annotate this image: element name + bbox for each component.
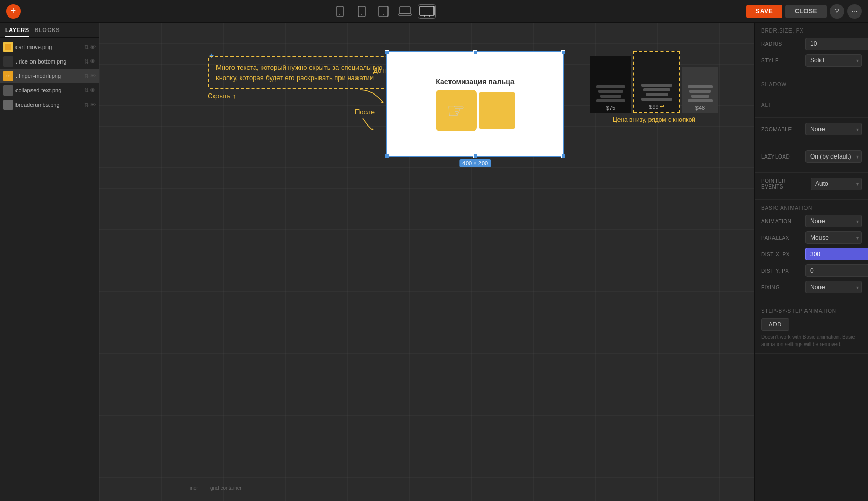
tab-blocks[interactable]: BLOCKS (35, 27, 60, 37)
step-animation-section: STEP-BY-STEP ANIMATION ADD Doesn't work … (755, 303, 868, 354)
right-panel: BRDR.SIZE, PX RADIUS STYLE Solid Dashed … (754, 23, 868, 501)
border-section-label: BRDR.SIZE, PX (761, 28, 862, 34)
shadow-label: SHADOW (761, 82, 862, 87)
add-button[interactable]: + (6, 4, 21, 19)
radius-label: RADIUS (761, 41, 802, 47)
svg-text:☞: ☞ (6, 74, 10, 79)
layer-thumb (3, 42, 13, 52)
dist-y-input[interactable] (805, 264, 868, 277)
dist-y-row: DIST Y, PX (761, 264, 862, 277)
tab-layers[interactable]: LAYERS (5, 27, 29, 37)
dist-x-label: DIST X, PX (761, 252, 802, 257)
zoomable-row: ZOOMABLE None Click Hover (761, 123, 862, 135)
radius-input[interactable] (805, 38, 868, 50)
device-laptop-btn[interactable] (396, 4, 414, 19)
layer-visibility-icon[interactable]: 👁 (90, 102, 96, 108)
right-caption: Цена внизу, рядом с кнопкой (590, 116, 718, 123)
layer-visibility-icon[interactable]: 👁 (90, 44, 96, 51)
list-item[interactable]: breadcrumbs.png ⇅ 👁 (0, 98, 99, 112)
sidebar-tabs: LAYERS BLOCKS (0, 23, 99, 38)
pointer-events-select-wrapper: Auto None (811, 178, 862, 190)
radius-row: RADIUS (761, 38, 862, 50)
layer-name: ..finger-modifi.png (16, 73, 82, 79)
layer-visibility-icon[interactable]: 👁 (90, 87, 96, 94)
help-button[interactable]: ? (830, 4, 844, 19)
layer-visibility-icon[interactable]: 👁 (90, 58, 96, 65)
list-item[interactable]: ..rice-on-bottom.png ⇅ 👁 (0, 54, 99, 69)
topbar-center (331, 4, 436, 19)
step-animation-note: Doesn't work with Basic animation. Basic… (761, 334, 862, 348)
pointer-events-section: POINTER EVENTS Auto None (755, 173, 868, 200)
layer-action-icons: ⇅ 👁 (84, 73, 96, 80)
svg-point-5 (383, 14, 384, 15)
annotation-text: Много текста, который нужно скрыть за сп… (216, 64, 382, 82)
parallax-select[interactable]: Mouse Scroll None (805, 231, 862, 244)
lazyload-row: LAZYLOAD On (by default) Off (761, 150, 862, 163)
dist-y-label: DIST Y, PX (761, 268, 802, 274)
dist-x-input[interactable] (805, 248, 868, 260)
layer-action-icons: ⇅ 👁 (84, 44, 96, 51)
topbar-left: + (6, 4, 21, 19)
basic-animation-label: BASIC ANIMATION (761, 205, 862, 211)
style-label: STYLE (761, 58, 802, 64)
annotation-box: Много текста, который нужно скрыть за сп… (208, 56, 394, 89)
container-label-1: iner (190, 485, 198, 491)
main-area: LAYERS BLOCKS cart-move.png ⇅ 👁 ..ri (0, 23, 868, 501)
animation-select[interactable]: None Fade Slide Zoom (805, 215, 862, 227)
border-section: BRDR.SIZE, PX RADIUS STYLE Solid Dashed … (755, 23, 868, 76)
alt-section: ALT (755, 97, 868, 118)
zoomable-label: ZOOMABLE (761, 127, 802, 132)
curved-arrow-2 (358, 116, 378, 133)
canvas-selected-image[interactable]: Кастомизация пальца ☞ 400 × 200 (386, 51, 564, 157)
resize-handle-bm[interactable] (473, 154, 477, 158)
lazyload-section: LAZYLOAD On (by default) Off (755, 145, 868, 173)
svg-rect-6 (400, 7, 410, 14)
right-image-row: $75 $99 ↩ (590, 51, 718, 113)
device-mobile-btn[interactable] (353, 4, 370, 19)
yellow-rect (479, 92, 515, 129)
layer-lock-icon[interactable]: ⇅ (84, 73, 89, 80)
fixing-select[interactable]: None Top Bottom (805, 281, 862, 293)
list-item[interactable]: collapsed-text.png ⇅ 👁 (0, 83, 99, 98)
layer-thumb: ☞ (3, 71, 13, 81)
layer-lock-icon[interactable]: ⇅ (84, 58, 89, 65)
layer-action-icons: ⇅ 👁 (84, 58, 96, 65)
resize-handle-br[interactable] (561, 154, 565, 158)
fixing-select-wrapper: None Top Bottom (805, 281, 862, 293)
lazyload-select[interactable]: On (by default) Off (805, 150, 862, 163)
image-card-3[interactable]: $48 (682, 67, 718, 113)
layer-lock-icon[interactable]: ⇅ (84, 87, 89, 94)
parallax-row: PARALLAX Mouse Scroll None (761, 231, 862, 244)
topbar: + (0, 0, 868, 23)
svg-point-1 (339, 14, 340, 15)
resize-handle-bl[interactable] (385, 154, 389, 158)
layer-lock-icon[interactable]: ⇅ (84, 44, 89, 51)
add-animation-button[interactable]: ADD (761, 318, 789, 331)
image-card-2[interactable]: $99 ↩ (633, 51, 680, 113)
layer-visibility-icon[interactable]: 👁 (90, 73, 96, 80)
device-tablet-btn[interactable] (375, 4, 392, 19)
canvas-area[interactable]: + Много текста, который нужно скрыть за … (99, 23, 754, 501)
close-button[interactable]: CLOSE (785, 5, 827, 18)
image-card-1[interactable]: $75 (590, 56, 631, 113)
layer-lock-icon[interactable]: ⇅ (84, 102, 89, 108)
pointer-events-select[interactable]: Auto None (811, 178, 862, 190)
lazyload-select-wrapper: On (by default) Off (805, 150, 862, 163)
curved-arrow-1 (358, 87, 389, 110)
layer-name: ..rice-on-bottom.png (16, 58, 82, 65)
layer-name: cart-move.png (16, 44, 82, 50)
more-button[interactable]: ··· (847, 4, 862, 19)
price-3: $48 (695, 105, 705, 111)
device-mobile-small-btn[interactable] (331, 4, 349, 19)
resize-handle-tl[interactable] (385, 50, 389, 54)
svg-rect-8 (420, 6, 434, 15)
device-desktop-btn[interactable] (418, 4, 436, 19)
resize-handle-tr[interactable] (561, 50, 565, 54)
resize-handle-tm[interactable] (473, 50, 477, 54)
save-button[interactable]: SAVE (746, 5, 782, 18)
topbar-right: SAVE CLOSE ? ··· (746, 4, 862, 19)
zoomable-select[interactable]: None Click Hover (805, 123, 862, 135)
list-item[interactable]: cart-move.png ⇅ 👁 (0, 40, 99, 54)
list-item[interactable]: ☞ ..finger-modifi.png ⇅ 👁 (0, 69, 99, 83)
style-select[interactable]: Solid Dashed Dotted None (805, 54, 862, 67)
